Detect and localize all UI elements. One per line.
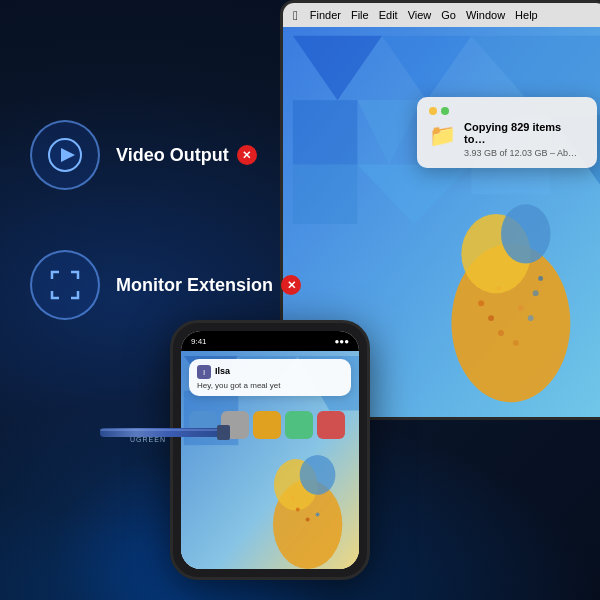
finder-dialog-dots — [429, 107, 585, 115]
iphone-time: 9:41 — [191, 337, 207, 346]
menu-finder: Finder — [310, 9, 341, 21]
svg-marker-10 — [293, 165, 357, 224]
feature-video-output: Video Output ✕ — [30, 120, 250, 190]
play-circle-icon — [47, 137, 83, 173]
finder-copy-dialog: 📁 Copying 829 items to… 3.93 GB of 12.03… — [417, 97, 597, 168]
svg-point-23 — [538, 276, 543, 281]
finder-dialog-subtitle: 3.93 GB of 12.03 GB – Ab… — [464, 148, 585, 158]
video-output-badge: ✕ — [237, 145, 257, 165]
svg-point-18 — [518, 305, 524, 311]
menu-help: Help — [515, 9, 538, 21]
video-output-icon-wrap — [30, 120, 100, 190]
iphone-signal: ●●● — [335, 337, 350, 346]
notification-app-icon: I — [197, 365, 211, 379]
svg-point-16 — [488, 315, 494, 321]
svg-point-17 — [498, 330, 504, 336]
monitor-extension-text: Monitor Extension — [116, 275, 273, 296]
menu-go: Go — [441, 9, 456, 21]
svg-point-14 — [501, 204, 551, 263]
iphone-body: 9:41 ●●● — [170, 320, 370, 580]
dialog-dot-green — [441, 107, 449, 115]
menu-file: File — [351, 9, 369, 21]
app-icon-4 — [285, 411, 313, 439]
iphone-content: I Ilsa Hey, you got a meal yet — [181, 351, 359, 569]
svg-point-31 — [300, 455, 336, 495]
monitor-extension-icon-wrap — [30, 250, 100, 320]
notification-app-name: Ilsa — [215, 366, 230, 376]
iphone-notification: I Ilsa Hey, you got a meal yet — [189, 359, 351, 396]
menu-edit: Edit — [379, 9, 398, 21]
iphone-screen: 9:41 ●●● — [181, 331, 359, 569]
svg-point-32 — [296, 508, 300, 512]
svg-rect-37 — [100, 429, 220, 431]
svg-point-19 — [533, 290, 539, 296]
apple-logo-icon:  — [293, 8, 298, 23]
usb-cable: UGREEN — [100, 420, 230, 445]
svg-point-33 — [306, 517, 310, 521]
app-icon-3 — [253, 411, 281, 439]
menu-window: Window — [466, 9, 505, 21]
iphone-status-bar: 9:41 ●●● — [181, 331, 359, 351]
notification-body: Hey, you got a meal yet — [197, 381, 343, 390]
expand-icon — [47, 267, 83, 303]
svg-rect-39 — [217, 425, 230, 440]
app-icon-5 — [317, 411, 345, 439]
dialog-dot-yellow — [429, 107, 437, 115]
monitor-extension-label: Monitor Extension ✕ — [116, 275, 301, 296]
cable-svg: UGREEN — [100, 420, 230, 445]
svg-text:UGREEN: UGREEN — [130, 436, 166, 443]
svg-point-34 — [316, 513, 320, 517]
svg-point-35 — [291, 496, 295, 500]
video-output-label: Video Output ✕ — [116, 145, 257, 166]
svg-point-21 — [513, 340, 519, 346]
mac-menu-items: Finder File Edit View Go Window Help — [310, 9, 538, 21]
monitor-extension-badge: ✕ — [281, 275, 301, 295]
mac-menubar:  Finder File Edit View Go Window Help — [283, 3, 600, 27]
svg-point-15 — [478, 300, 484, 306]
feature-monitor-extension: Monitor Extension ✕ — [30, 250, 250, 320]
menu-view: View — [408, 9, 432, 21]
finder-dialog-title: Copying 829 items to… — [464, 121, 585, 145]
iphone-device: 9:41 ●●● — [170, 320, 370, 580]
video-output-text: Video Output — [116, 145, 229, 166]
svg-rect-5 — [293, 100, 357, 164]
svg-point-22 — [497, 286, 502, 291]
svg-point-20 — [528, 315, 534, 321]
finder-folder-icon: 📁 — [429, 123, 456, 149]
